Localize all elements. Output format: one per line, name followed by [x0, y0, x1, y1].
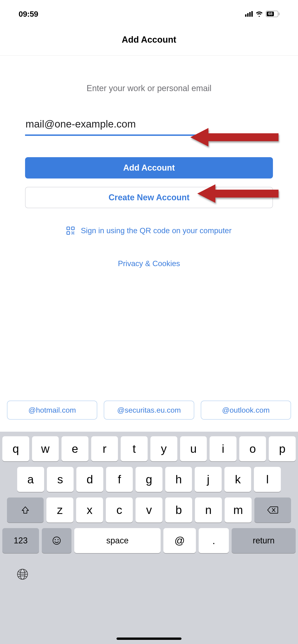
key-f[interactable]: f — [106, 467, 133, 492]
key-b[interactable]: b — [165, 498, 192, 522]
at-key[interactable]: @ — [163, 528, 196, 553]
page-header: Add Account — [0, 28, 298, 56]
svg-rect-2 — [67, 232, 70, 234]
key-e[interactable]: e — [62, 436, 88, 461]
privacy-cookies-link[interactable]: Privacy & Cookies — [25, 259, 273, 268]
key-y[interactable]: y — [150, 436, 177, 461]
key-z[interactable]: z — [47, 498, 73, 522]
on-screen-keyboard: q w e r t y u i o p a s d f g h j k l z … — [0, 432, 298, 644]
key-n[interactable]: n — [195, 498, 222, 522]
suggestion-securitas[interactable]: @securitas.eu.com — [104, 400, 194, 420]
annotation-arrow-email — [190, 127, 278, 148]
battery-percent: 68 — [268, 12, 272, 16]
qr-signin-link[interactable]: Sign in using the QR code on your comput… — [25, 226, 273, 235]
svg-rect-0 — [67, 227, 70, 230]
key-l[interactable]: l — [254, 467, 281, 492]
key-k[interactable]: k — [224, 467, 251, 492]
annotation-arrow-button — [197, 183, 278, 204]
key-i[interactable]: i — [210, 436, 236, 461]
key-h[interactable]: h — [165, 467, 192, 492]
emoji-icon — [52, 536, 61, 545]
numbers-key[interactable]: 123 — [2, 528, 39, 553]
svg-rect-7 — [73, 234, 74, 234]
key-d[interactable]: d — [76, 467, 103, 492]
suggestion-hotmail[interactable]: @hotmail.com — [7, 400, 97, 420]
svg-rect-4 — [73, 232, 74, 232]
key-v[interactable]: v — [136, 498, 162, 522]
key-x[interactable]: x — [76, 498, 103, 522]
status-time: 09:59 — [19, 10, 38, 18]
status-indicators: 68 — [245, 11, 279, 17]
svg-marker-9 — [197, 184, 278, 203]
svg-point-11 — [55, 539, 56, 540]
globe-key[interactable] — [16, 568, 282, 580]
add-account-button[interactable]: Add Account — [25, 157, 273, 178]
wifi-icon — [255, 11, 263, 17]
svg-rect-1 — [72, 227, 74, 230]
key-o[interactable]: o — [239, 436, 266, 461]
battery-indicator: 68 — [266, 11, 279, 17]
main-content: Enter your work or personal email Add Ac… — [0, 56, 298, 268]
key-m[interactable]: m — [225, 498, 251, 522]
status-bar: 09:59 68 — [0, 0, 298, 28]
shift-key[interactable] — [7, 498, 44, 522]
globe-icon — [16, 568, 29, 580]
page-title: Add Account — [0, 35, 298, 45]
shift-icon — [21, 505, 30, 515]
key-a[interactable]: a — [17, 467, 44, 492]
key-p[interactable]: p — [269, 436, 296, 461]
cellular-signal-icon — [245, 11, 253, 17]
key-j[interactable]: j — [195, 467, 222, 492]
svg-rect-5 — [72, 232, 73, 234]
key-w[interactable]: w — [32, 436, 59, 461]
return-key[interactable]: return — [232, 528, 296, 553]
backspace-icon — [267, 506, 278, 514]
svg-rect-6 — [72, 234, 72, 234]
dot-key[interactable]: . — [199, 528, 229, 553]
email-domain-suggestions: @hotmail.com @securitas.eu.com @outlook.… — [0, 400, 298, 420]
backspace-key[interactable] — [254, 498, 291, 522]
suggestion-outlook[interactable]: @outlook.com — [201, 400, 291, 420]
emoji-key[interactable] — [42, 528, 72, 553]
key-s[interactable]: s — [47, 467, 74, 492]
key-g[interactable]: g — [136, 467, 162, 492]
qr-signin-label: Sign in using the QR code on your comput… — [81, 226, 231, 235]
key-t[interactable]: t — [121, 436, 148, 461]
qr-code-icon — [66, 226, 75, 235]
key-u[interactable]: u — [180, 436, 207, 461]
svg-point-12 — [58, 539, 59, 540]
svg-point-10 — [53, 537, 60, 544]
svg-rect-3 — [72, 232, 72, 232]
space-key[interactable]: space — [74, 528, 161, 553]
svg-marker-8 — [190, 128, 278, 146]
home-indicator[interactable] — [117, 638, 181, 640]
key-q[interactable]: q — [2, 436, 29, 461]
email-prompt-label: Enter your work or personal email — [25, 84, 273, 93]
key-c[interactable]: c — [106, 498, 133, 522]
key-r[interactable]: r — [91, 436, 118, 461]
